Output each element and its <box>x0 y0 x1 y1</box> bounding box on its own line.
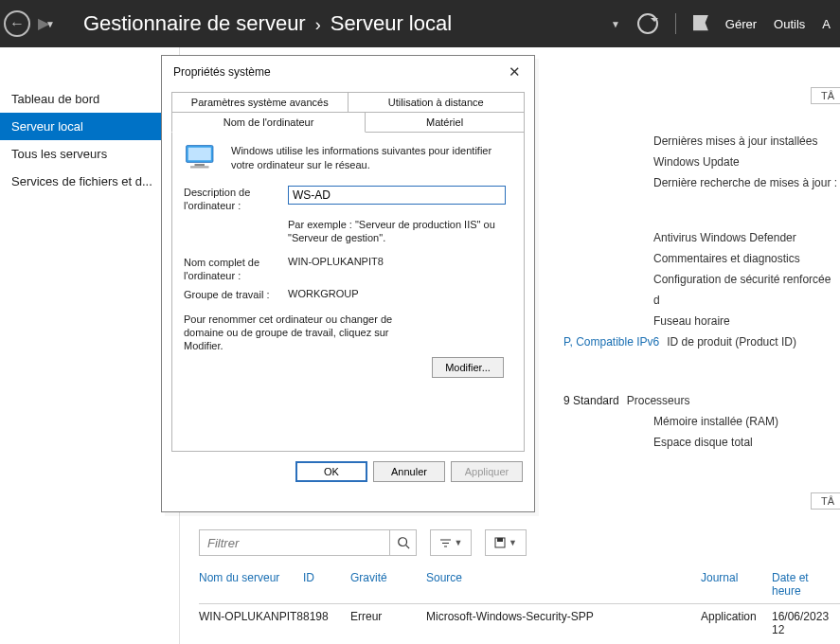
tab-advanced[interactable]: Paramètres système avancés <box>171 92 349 112</box>
breadcrumb-root[interactable]: Gestionnaire de serveur <box>83 11 306 36</box>
tab-hardware[interactable]: Matériel <box>366 112 525 132</box>
os-edition-label: 9 Standard <box>563 390 619 411</box>
events-toolbar: ▼ ▼ <box>199 526 840 565</box>
col-id[interactable]: ID <box>303 571 350 598</box>
info-block-hardware: 9 Standard Processeurs Mémoire installée… <box>653 390 840 453</box>
sidebar: Tableau de bord Serveur local Tous les s… <box>0 47 180 644</box>
sidebar-item-all-servers[interactable]: Tous les serveurs <box>0 140 179 168</box>
col-log[interactable]: Journal <box>701 571 772 598</box>
notifications-flag-icon[interactable] <box>693 15 708 32</box>
info-label[interactable]: Espace disque total <box>653 432 840 453</box>
info-label[interactable]: Mémoire installée (RAM) <box>653 411 840 432</box>
info-label[interactable]: Windows Update <box>653 152 840 172</box>
tools-menu[interactable]: Outils <box>774 17 805 31</box>
rename-hint: Pour renommer cet ordinateur ou changer … <box>184 313 411 352</box>
display-menu[interactable]: A <box>822 17 831 31</box>
info-label[interactable]: Dernières mises à jour installées <box>653 131 840 152</box>
filter-box <box>199 529 417 556</box>
properties-column: Dernières mises à jour installées Window… <box>653 131 840 475</box>
events-panel: ▼ ▼ Nom du serveur ID Gravité Source Jou… <box>199 526 840 644</box>
col-server[interactable]: Nom du serveur <box>199 571 303 598</box>
dialog-titlebar[interactable]: Propriétés système ✕ <box>162 56 534 86</box>
system-properties-dialog: Propriétés système ✕ Paramètres système … <box>161 55 535 512</box>
info-label[interactable]: Antivirus Windows Defender <box>653 227 840 248</box>
apply-button[interactable]: Appliquer <box>451 461 523 482</box>
refresh-icon[interactable] <box>637 13 658 34</box>
info-label[interactable]: Configuration de sécurité renforcée d <box>653 269 840 311</box>
chevron-down-icon: ▼ <box>455 538 463 547</box>
cell-date: 16/06/2023 12 <box>772 610 840 636</box>
nav-back-button[interactable]: ← <box>4 10 30 37</box>
events-header: Nom du serveur ID Gravité Source Journal… <box>199 565 840 604</box>
ok-button[interactable]: OK <box>295 461 367 482</box>
fullname-label: Nom complet de l'ordinateur : <box>184 256 288 282</box>
tasks-button-bottom[interactable]: TÂ <box>811 492 840 510</box>
intro-row: Windows utilise les informations suivant… <box>184 144 512 172</box>
tasks-button-top[interactable]: TÂ <box>811 87 840 104</box>
workgroup-label: Groupe de travail : <box>184 288 288 301</box>
cancel-button[interactable]: Annuler <box>373 461 445 482</box>
col-date[interactable]: Date et heure <box>772 571 840 598</box>
manage-menu[interactable]: Gérer <box>725 17 757 31</box>
info-label[interactable]: Fuseau horaire <box>653 311 840 331</box>
description-input[interactable] <box>288 186 506 205</box>
sidebar-item-local-server[interactable]: Serveur local <box>0 113 179 140</box>
breadcrumb: Gestionnaire de serveur › Serveur local <box>83 11 611 36</box>
cell-server: WIN-OPLUKANPIT8 <box>199 610 303 636</box>
dialog-title: Propriétés système <box>173 65 271 79</box>
dialog-buttons: OK Annuler Appliquer <box>162 452 534 492</box>
info-block-updates: Dernières mises à jour installées Window… <box>653 131 840 193</box>
dialog-tabs: Paramètres système avancés Utilisation à… <box>171 92 525 452</box>
svg-line-1 <box>405 546 409 549</box>
tab-body: Windows utilise les informations suivant… <box>171 132 525 452</box>
svg-rect-9 <box>195 164 206 166</box>
search-icon[interactable] <box>389 530 416 555</box>
breadcrumb-page[interactable]: Serveur local <box>331 11 452 36</box>
workgroup-value: WORKGROUP <box>288 288 512 299</box>
menu-dropdown-icon[interactable]: ▼ <box>611 19 620 29</box>
chevron-down-icon: ▼ <box>509 538 517 547</box>
chevron-right-icon: › <box>315 15 321 35</box>
modify-button[interactable]: Modifier... <box>432 357 504 378</box>
info-label[interactable]: Commentaires et diagnostics <box>653 248 840 269</box>
filter-input[interactable] <box>200 536 389 550</box>
nav-dropdown-icon[interactable]: ▼ <box>45 19 55 29</box>
tab-remote[interactable]: Utilisation à distance <box>349 92 526 112</box>
sidebar-item-dashboard[interactable]: Tableau de bord <box>0 85 179 113</box>
cell-log: Application <box>701 610 772 636</box>
col-severity[interactable]: Gravité <box>350 571 426 598</box>
sidebar-item-file-services[interactable]: Services de fichiers et d... <box>0 168 179 195</box>
close-button[interactable]: ✕ <box>505 63 525 80</box>
fullname-value: WIN-OPLUKANPIT8 <box>288 256 512 267</box>
topbar: ← ▶ ▼ Gestionnaire de serveur › Serveur … <box>0 0 840 47</box>
filter-icon <box>439 538 452 548</box>
col-source[interactable]: Source <box>426 571 701 598</box>
svg-rect-6 <box>497 538 503 542</box>
info-label[interactable]: ID de produit (Product ID) <box>667 331 796 352</box>
svg-rect-10 <box>190 166 209 168</box>
cell-id: 8198 <box>303 610 350 636</box>
ipv6-link[interactable]: P, Compatible IPv6 <box>563 331 659 352</box>
fullname-row: Nom complet de l'ordinateur : WIN-OPLUKA… <box>184 256 512 282</box>
info-label[interactable]: Dernière recherche de mises à jour : <box>653 172 840 193</box>
arrow-left-icon: ← <box>9 16 25 31</box>
svg-point-0 <box>398 538 406 546</box>
event-row[interactable]: WIN-OPLUKANPIT8 8198 Erreur Microsoft-Wi… <box>199 604 840 642</box>
save-query-button[interactable]: ▼ <box>485 529 527 556</box>
svg-rect-8 <box>188 148 211 161</box>
save-icon <box>494 537 506 548</box>
tab-computer-name[interactable]: Nom de l'ordinateur <box>171 112 366 133</box>
description-label: Description de l'ordinateur : <box>184 186 288 212</box>
filter-options-button[interactable]: ▼ <box>430 529 472 556</box>
intro-text: Windows utilise les informations suivant… <box>231 144 512 172</box>
info-label[interactable]: Processeurs <box>627 390 690 411</box>
info-block-security: Antivirus Windows Defender Commentaires … <box>653 227 840 352</box>
cell-severity: Erreur <box>350 610 426 636</box>
topbar-actions: ▼ Gérer Outils A <box>611 13 831 34</box>
computer-icon <box>184 144 220 172</box>
description-row: Description de l'ordinateur : <box>184 186 512 212</box>
workgroup-row: Groupe de travail : WORKGROUP <box>184 288 512 301</box>
cell-source: Microsoft-Windows-Security-SPP <box>426 610 701 636</box>
description-example: Par exemple : "Serveur de production IIS… <box>288 218 512 244</box>
divider <box>675 13 676 34</box>
